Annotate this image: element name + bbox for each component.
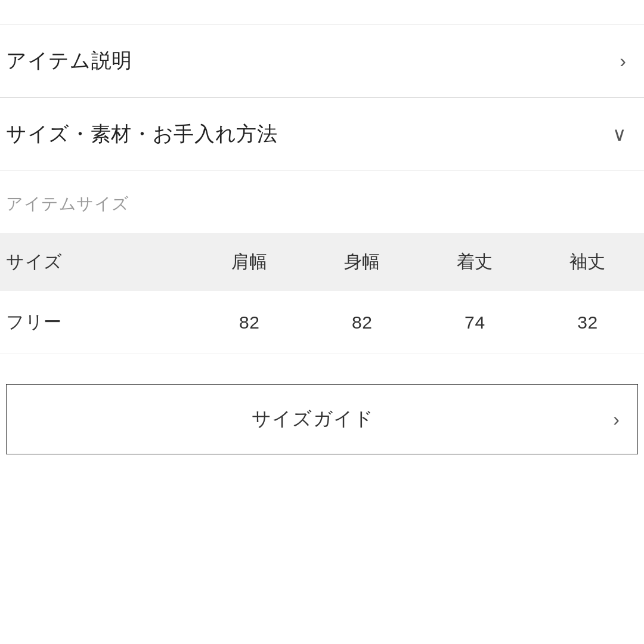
size-table: サイズ 肩幅 身幅 着丈 袖丈 フリー 82 82 74 32 (0, 233, 644, 354)
size-material-chevron-icon: ∨ (612, 123, 626, 145)
size-table-header: サイズ 肩幅 身幅 着丈 袖丈 (0, 233, 644, 291)
item-size-label: アイテムサイズ (0, 171, 644, 227)
col-header-body-width: 身幅 (306, 233, 419, 291)
page-container: アイテム説明 › サイズ・素材・お手入れ方法 ∨ アイテムサイズ サイズ 肩幅 … (0, 0, 644, 644)
size-guide-chevron-icon: › (613, 408, 620, 431)
size-guide-button[interactable]: サイズガイド › (6, 384, 638, 454)
item-description-row[interactable]: アイテム説明 › (0, 24, 644, 97)
col-header-shoulder: 肩幅 (193, 233, 306, 291)
col-header-size: サイズ (0, 233, 193, 291)
col-header-length: 着丈 (419, 233, 531, 291)
cell-sleeve: 32 (531, 291, 644, 354)
cell-shoulder: 82 (193, 291, 306, 354)
item-description-title: アイテム説明 (6, 47, 132, 75)
cell-body-width: 82 (306, 291, 419, 354)
col-header-sleeve: 袖丈 (531, 233, 644, 291)
size-table-header-row: サイズ 肩幅 身幅 着丈 袖丈 (0, 233, 644, 291)
size-guide-label: サイズガイド (13, 406, 613, 432)
size-material-row[interactable]: サイズ・素材・お手入れ方法 ∨ (0, 98, 644, 171)
size-material-title: サイズ・素材・お手入れ方法 (6, 120, 278, 148)
table-row: フリー 82 82 74 32 (0, 291, 644, 354)
cell-size: フリー (0, 291, 193, 354)
cell-length: 74 (419, 291, 531, 354)
size-table-body: フリー 82 82 74 32 (0, 291, 644, 354)
item-description-chevron-icon: › (620, 50, 626, 72)
